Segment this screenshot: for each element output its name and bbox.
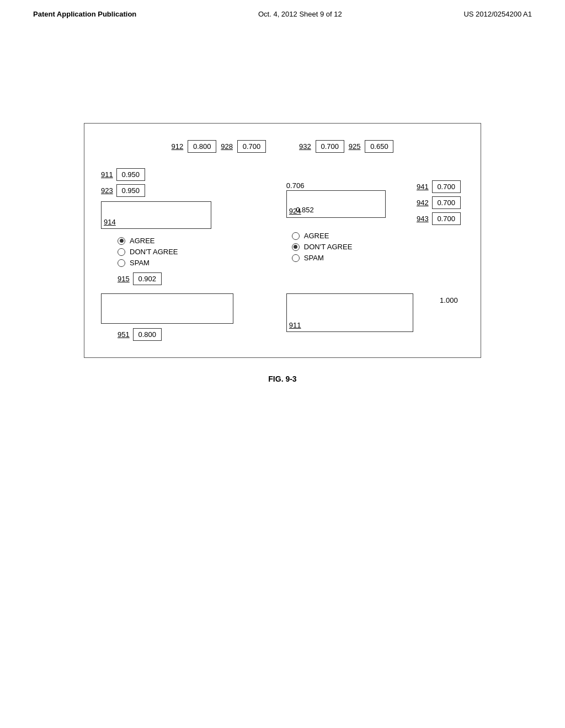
- left-radio-dont-agree: DON'T AGREE: [118, 248, 275, 256]
- left-radio-group: AGREE DON'T AGREE SPAM: [118, 237, 275, 267]
- node-pair-912-928: 912 0.800 928 0.700: [172, 140, 266, 153]
- node-911-label: 911: [101, 170, 113, 179]
- node-943-score: 0.700: [432, 212, 461, 225]
- node-912-label: 912: [172, 142, 184, 151]
- node-pair-932-925: 932 0.700 925 0.650: [299, 140, 393, 153]
- right-nodes: 941 0.700 942 0.700 943 0.700: [417, 180, 461, 225]
- node-942-row: 942 0.700: [417, 196, 461, 209]
- left-column: 911 0.950 923 0.950 914 0.852: [101, 168, 275, 285]
- node-923-score: 0.950: [116, 184, 145, 197]
- left-radio-dont-agree-circle: [118, 248, 125, 256]
- node-928-label: 928: [221, 142, 233, 151]
- node-923-row: 923 0.950: [101, 184, 275, 197]
- right-radio-dont-agree: DON'T AGREE: [292, 243, 461, 251]
- node-911-score: 0.950: [116, 168, 145, 181]
- header-date-sheet: Oct. 4, 2012 Sheet 9 of 12: [258, 10, 342, 18]
- box-911-wrapper: 1.000 911: [286, 293, 461, 332]
- right-radio-agree: AGREE: [292, 232, 461, 240]
- left-radio-dont-agree-label: DON'T AGREE: [130, 248, 178, 256]
- left-radio-spam-label: SPAM: [130, 259, 150, 267]
- node-925-score: 0.650: [365, 140, 393, 153]
- box-924-wrapper: 0.706 924 941 0.700 942 0.700: [286, 180, 461, 225]
- box-924-label: 924: [289, 207, 301, 215]
- right-column: 0.706 924 941 0.700 942 0.700: [286, 168, 461, 285]
- left-radio-agree-label: AGREE: [130, 237, 155, 245]
- diagram-container: 912 0.800 928 0.700 932 0.700 925 0.650 …: [84, 123, 481, 358]
- node-941-score: 0.700: [432, 180, 461, 193]
- box-924-inner: 0.706 924: [286, 180, 406, 218]
- box-924-score: 0.706: [286, 181, 305, 190]
- node-951-label: 951: [118, 330, 130, 339]
- box-914: 914: [101, 201, 211, 229]
- node-951-row: 951 0.800: [118, 328, 275, 341]
- box-911-label: 911: [289, 321, 301, 329]
- box-911-score: 1.000: [440, 296, 458, 304]
- empty-box-951: [101, 293, 233, 324]
- figure-caption: FIG. 9-3: [268, 374, 296, 383]
- right-radio-spam-circle: [292, 254, 300, 262]
- node-932-score: 0.700: [316, 140, 344, 153]
- right-radio-dont-agree-circle: [292, 243, 300, 251]
- node-942-score: 0.700: [432, 196, 461, 209]
- bottom-right: 1.000 911: [286, 293, 461, 341]
- left-radio-agree: AGREE: [118, 237, 275, 245]
- bottom-left: 951 0.800: [101, 293, 275, 341]
- node-941-row: 941 0.700: [417, 180, 461, 193]
- header-publication: Patent Application Publication: [33, 10, 136, 18]
- box-914-wrapper: 914 0.852: [101, 201, 275, 229]
- node-941-label: 941: [417, 183, 429, 191]
- node-943-label: 943: [417, 215, 429, 223]
- right-radio-group: AGREE DON'T AGREE SPAM: [292, 232, 461, 262]
- bottom-row: 951 0.800 1.000 911: [101, 293, 464, 341]
- node-915-score: 0.902: [133, 272, 162, 285]
- box-911: 911: [286, 293, 413, 332]
- right-radio-spam: SPAM: [292, 254, 461, 262]
- node-932-label: 932: [299, 142, 311, 151]
- main-content: 912 0.800 928 0.700 932 0.700 925 0.650 …: [0, 24, 565, 383]
- right-radio-agree-circle: [292, 232, 300, 240]
- page-header: Patent Application Publication Oct. 4, 2…: [0, 0, 565, 24]
- node-912-score: 0.800: [188, 140, 216, 153]
- left-radio-spam: SPAM: [118, 259, 275, 267]
- node-942-label: 942: [417, 199, 429, 207]
- box-914-label: 914: [104, 218, 116, 226]
- node-923-label: 923: [101, 186, 113, 195]
- right-radio-dont-agree-label: DON'T AGREE: [304, 243, 352, 251]
- header-patent-number: US 2012/0254200 A1: [463, 10, 532, 18]
- box-924: 924: [286, 190, 386, 218]
- node-911-row: 911 0.950: [101, 168, 275, 181]
- node-951-score: 0.800: [133, 328, 162, 341]
- left-radio-spam-circle: [118, 259, 125, 267]
- top-row: 912 0.800 928 0.700 932 0.700 925 0.650: [101, 140, 464, 153]
- node-943-row: 943 0.700: [417, 212, 461, 225]
- node-928-score: 0.700: [237, 140, 266, 153]
- left-radio-agree-circle: [118, 237, 125, 245]
- right-radio-spam-label: SPAM: [304, 254, 324, 262]
- node-915-label: 915: [118, 275, 130, 283]
- right-radio-agree-label: AGREE: [304, 232, 329, 240]
- middle-row: 911 0.950 923 0.950 914 0.852: [101, 168, 464, 285]
- node-915-row: 915 0.902: [118, 272, 275, 285]
- node-925-label: 925: [349, 142, 361, 151]
